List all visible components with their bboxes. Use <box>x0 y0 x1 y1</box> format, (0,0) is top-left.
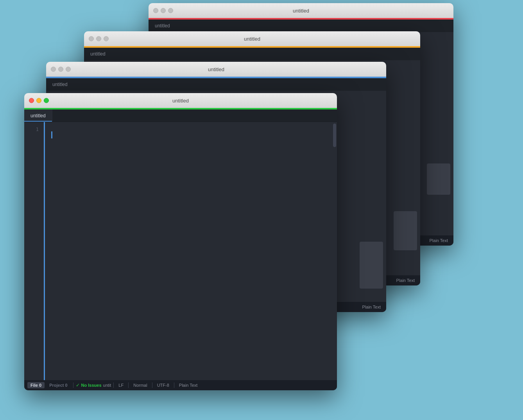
maximize-button-1[interactable] <box>44 98 49 103</box>
line-gutter: 1 <box>24 122 44 380</box>
editor-area: 1 <box>24 122 337 380</box>
no-issues-label: No Issues <box>81 383 102 388</box>
status-sep-1 <box>73 382 73 388</box>
scrollbar-track[interactable] <box>332 122 337 380</box>
tab-bar-1: untitled <box>24 109 337 122</box>
window-1[interactable]: untitled untitled 1 <box>24 93 337 390</box>
text-cursor <box>51 131 52 138</box>
status-sep-2 <box>113 382 114 388</box>
partial-tab-3: untitled <box>84 48 420 60</box>
project-badge-label: Project 0 <box>49 383 67 388</box>
titlebar-1: untitled <box>24 93 337 108</box>
window-title-4: untitled <box>293 8 309 14</box>
partial-tab-label-4: untitled <box>155 23 170 29</box>
filename-label: untit <box>103 383 111 388</box>
close-button-3[interactable] <box>89 36 94 41</box>
titlebar-4: untitled <box>149 3 453 18</box>
status-bar-1: File 0 Project 0 ✓ No Issues untit LF No… <box>24 380 337 390</box>
maximize-button-3[interactable] <box>104 36 109 41</box>
tab-label: untitled <box>30 113 46 118</box>
line-number-1: 1 <box>24 125 43 134</box>
partial-tab-label-3: untitled <box>90 51 106 57</box>
status-sep-5 <box>174 382 174 388</box>
window-title-3: untitled <box>244 36 260 42</box>
check-icon: ✓ <box>76 382 80 388</box>
minimize-button-1[interactable] <box>36 98 41 103</box>
minimize-button-2[interactable] <box>58 67 63 72</box>
plain-text-label-3: Plain Text <box>394 278 417 283</box>
minimize-button-4[interactable] <box>161 8 166 13</box>
file-badge[interactable]: File 0 <box>27 382 45 388</box>
status-sep-4 <box>152 382 152 388</box>
maximize-button-2[interactable] <box>66 67 71 72</box>
traffic-lights-3 <box>89 36 109 41</box>
titlebar-2: untitled <box>46 62 386 77</box>
partial-tab-label-2: untitled <box>52 82 68 87</box>
close-button-2[interactable] <box>51 67 56 72</box>
traffic-lights-2 <box>51 67 71 72</box>
window-title-2: untitled <box>208 66 224 72</box>
maximize-button-4[interactable] <box>168 8 173 13</box>
editor-content[interactable] <box>45 122 332 380</box>
minimize-button-3[interactable] <box>96 36 101 41</box>
partial-tab-4: untitled <box>149 20 453 32</box>
plain-text-label-4: Plain Text <box>427 238 451 243</box>
window-title-1: untitled <box>172 98 189 104</box>
line-ending-label: LF <box>116 383 126 388</box>
titlebar-3: untitled <box>84 31 420 46</box>
scrollbar-thumb[interactable] <box>333 124 336 147</box>
close-button-1[interactable] <box>29 98 34 103</box>
project-badge[interactable]: Project 0 <box>46 382 70 388</box>
no-issues-indicator: ✓ No Issues untit <box>76 382 111 388</box>
traffic-lights-1 <box>29 98 49 103</box>
encoding-label[interactable]: UTF-8 <box>155 383 172 388</box>
file-badge-label: File 0 <box>30 383 41 388</box>
indent-label[interactable]: Normal <box>131 383 149 388</box>
close-button-4[interactable] <box>153 8 158 13</box>
tab-untitled[interactable]: untitled <box>24 109 52 122</box>
status-sep-3 <box>128 382 129 388</box>
traffic-lights-4 <box>153 8 173 13</box>
partial-tab-2: untitled <box>46 78 386 91</box>
plain-text-label-2: Plain Text <box>360 305 383 309</box>
language-label[interactable]: Plain Text <box>177 383 200 388</box>
